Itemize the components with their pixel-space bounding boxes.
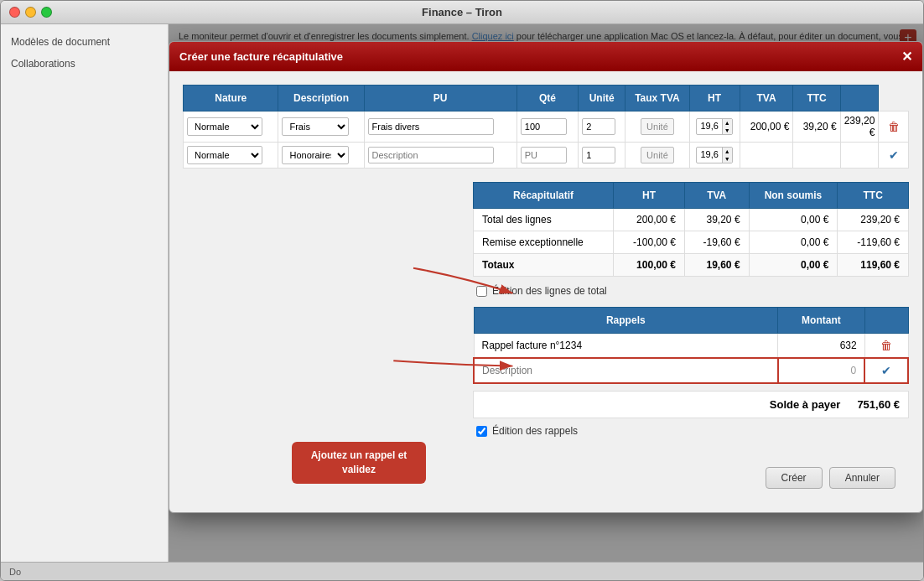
status-bar: Do [1, 562, 923, 580]
solde-row: Solde à payer 751,60 € [473, 391, 909, 418]
col-header-tauxtva: Taux TVA [626, 86, 689, 112]
sum-ttc-1: -119,60 € [838, 231, 909, 254]
nature-select-1[interactable]: Normale [187, 117, 262, 136]
rappel-desc-new[interactable] [480, 362, 772, 379]
col-header-unite: Unité [579, 86, 626, 112]
ht-value-1: 200,00 € [740, 112, 793, 143]
sidebar-item-modeles[interactable]: Modèles de document [1, 31, 168, 53]
unite-label-1: Unité [641, 118, 674, 135]
summary-row-remise: Remise exceptionnelle -100,00 € -19,60 €… [474, 231, 909, 254]
main-window: Finance – Tiron Modèles de document Coll… [0, 0, 924, 581]
sum-ttc-0: 239,20 € [838, 209, 909, 231]
sum-col-ttc: TTC [838, 183, 909, 209]
content-area: Le moniteur permet d'ouvrir et d'enregis… [169, 24, 923, 562]
col-header-nature: Nature [184, 86, 278, 112]
right-section: Récapitulatif HT TVA Non soumis TTC [183, 182, 909, 447]
col-header-qte: Qté [517, 86, 578, 112]
create-button[interactable]: Créer [766, 467, 823, 489]
rappels-col-montant: Montant [778, 308, 865, 334]
sum-col-tva: TVA [684, 183, 749, 209]
unite-label-2: Unité [641, 147, 674, 163]
delete-rappel-1-button[interactable]: 🗑 [877, 337, 895, 354]
rappel-montant-new[interactable] [784, 362, 859, 379]
pu-input-2[interactable] [521, 147, 567, 163]
modal-close-button[interactable]: ✕ [901, 49, 912, 65]
description-input-2[interactable] [368, 147, 494, 163]
tva-down-2[interactable]: ▼ [723, 155, 732, 163]
sidebar: Modèles de document Collaborations [1, 24, 169, 562]
sum-tva-1: -19,60 € [684, 231, 749, 254]
ttc-value-2 [840, 143, 879, 169]
tva-up-2[interactable]: ▲ [723, 148, 732, 155]
edition-lignes-checkbox[interactable] [476, 286, 487, 297]
confirm-row-2-button[interactable]: ✔ [885, 147, 902, 163]
modal-header: Créer une facture récapitulative ✕ [169, 42, 922, 71]
tva-amount-1: 39,20 € [793, 112, 840, 143]
sum-nonsoumis-0: 0,00 € [749, 209, 838, 231]
window-controls [9, 7, 52, 18]
sidebar-item-collaborations[interactable]: Collaborations [1, 53, 168, 75]
solde-label: Solde à payer [770, 398, 841, 411]
col-header-ht: HT [689, 86, 740, 112]
rappel-desc-1[interactable] [480, 337, 773, 354]
summary-row-total: Total des lignes 200,00 € 39,20 € 0,00 €… [474, 209, 909, 231]
summary-row-totaux: Totaux 100,00 € 19,60 € 0,00 € 119,60 € [474, 254, 909, 277]
rappels-table: Rappels Montant [473, 307, 909, 384]
rappel-row-1: 🗑 [474, 334, 908, 359]
main-layout: Modèles de document Collaborations Le mo… [1, 24, 923, 562]
sum-label-1: Remise exceptionnelle [474, 231, 614, 254]
qty-input-1[interactable] [582, 118, 615, 135]
col-header-ttc: TTC [793, 86, 840, 112]
sum-ht-2: 100,00 € [614, 254, 685, 277]
ht-value-2 [740, 143, 793, 169]
type-select-1[interactable]: Frais [282, 117, 349, 136]
sum-label-2: Totaux [474, 254, 614, 277]
sum-col-nonsoumis: Non soumis [749, 183, 838, 209]
description-input-1[interactable] [368, 118, 494, 135]
sum-ht-0: 200,00 € [614, 209, 685, 231]
tva-up-1[interactable]: ▲ [723, 119, 732, 127]
edition-rappels-label: Édition des rappels [492, 425, 578, 437]
modal-body: Nature Description PU Qté Unité Taux TVA… [169, 71, 922, 512]
tva-amount-2 [793, 143, 840, 169]
ttc-value-1: 239,20 € [840, 112, 879, 143]
col-header-description: Description [278, 86, 364, 112]
edition-rappels-row: Édition des rappels [473, 425, 909, 437]
pu-input-1[interactable] [521, 118, 567, 135]
edition-lignes-label: Édition des lignes de total [492, 285, 607, 297]
cancel-button[interactable]: Annuler [829, 467, 895, 489]
delete-row-1-button[interactable]: 🗑 [885, 118, 903, 135]
window-title: Finance – Tiron [422, 6, 502, 18]
nature-select-2[interactable]: Normale [187, 146, 262, 164]
tva-down-1[interactable]: ▼ [723, 127, 732, 134]
confirm-rappel-new-button[interactable]: ✔ [878, 362, 895, 379]
modal-title: Créer une facture récapitulative [179, 50, 343, 63]
type-select-2[interactable]: Honoraires [282, 146, 349, 164]
solde-value: 751,60 € [857, 398, 900, 411]
modal-overlay: Créer une facture récapitulative ✕ Natur… [169, 24, 923, 562]
col-header-pu: PU [364, 86, 517, 112]
sum-ttc-2: 119,60 € [838, 254, 909, 277]
sum-tva-0: 39,20 € [684, 209, 749, 231]
table-row: Normale Honoraires [184, 143, 909, 169]
sum-tva-2: 19,60 € [684, 254, 749, 277]
tva-stepper-2[interactable]: 19,6 ▲ ▼ [696, 147, 732, 163]
rappel-montant-1[interactable] [783, 337, 859, 354]
summary-table: Récapitulatif HT TVA Non soumis TTC [473, 182, 909, 277]
titlebar: Finance – Tiron [1, 1, 923, 24]
sum-col-ht: HT [614, 183, 685, 209]
edition-lignes-row: Édition des lignes de total [473, 285, 909, 297]
maximize-button[interactable] [41, 7, 52, 18]
table-row: Normale Frais [184, 112, 909, 143]
sum-col-recap: Récapitulatif [474, 183, 614, 209]
qty-input-2[interactable] [582, 147, 615, 163]
minimize-button[interactable] [25, 7, 36, 18]
new-rappel-row: ✔ [474, 358, 908, 383]
sum-nonsoumis-1: 0,00 € [749, 231, 838, 254]
edition-rappels-checkbox[interactable] [476, 426, 487, 437]
col-header-tva: TVA [740, 86, 793, 112]
tva-stepper-1[interactable]: 19,6 ▲ ▼ [696, 118, 732, 135]
close-button[interactable] [9, 7, 20, 18]
sum-nonsoumis-2: 0,00 € [749, 254, 838, 277]
invoice-table: Nature Description PU Qté Unité Taux TVA… [183, 85, 909, 169]
